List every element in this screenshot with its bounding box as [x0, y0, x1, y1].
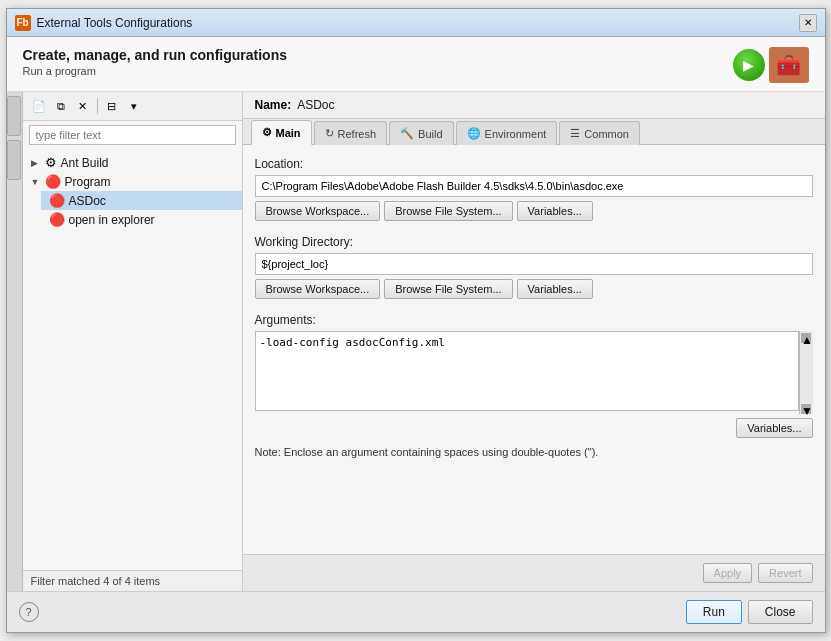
location-input[interactable] — [255, 175, 813, 197]
help-button[interactable]: ? — [19, 602, 39, 622]
left-panel: 📄 ⧉ ✕ ⊟ ▾ ▶ ⚙ Ant Build ▼ 🔴 P — [23, 92, 243, 591]
tab-main-label: Main — [276, 127, 301, 139]
app-icon: Fb — [15, 15, 31, 31]
tab-refresh-label: Refresh — [338, 128, 377, 140]
workdir-variables-button[interactable]: Variables... — [517, 279, 593, 299]
working-dir-input[interactable] — [255, 253, 813, 275]
location-btn-row: Browse Workspace... Browse File System..… — [255, 201, 813, 221]
tab-common-icon: ☰ — [570, 127, 580, 140]
location-browse-filesystem-button[interactable]: Browse File System... — [384, 201, 512, 221]
workdir-browse-workspace-button[interactable]: Browse Workspace... — [255, 279, 381, 299]
program-label: Program — [65, 175, 111, 189]
header-section: Create, manage, and run configurations R… — [7, 37, 825, 92]
tree-children-program: 🔴 ASDoc 🔴 open in explorer — [23, 191, 242, 229]
arguments-label: Arguments: — [255, 313, 813, 327]
tree-item-open-in-explorer[interactable]: 🔴 open in explorer — [41, 210, 242, 229]
tree-item-ant-build[interactable]: ▶ ⚙ Ant Build — [23, 153, 242, 172]
ant-build-label: Ant Build — [61, 156, 109, 170]
explorer-label: open in explorer — [69, 213, 155, 227]
working-directory-group: Working Directory: Browse Workspace... B… — [255, 235, 813, 299]
tree-item-asdoc[interactable]: 🔴 ASDoc — [41, 191, 242, 210]
tab-environment[interactable]: 🌐 Environment — [456, 121, 558, 145]
window-title: External Tools Configurations — [37, 16, 193, 30]
header-subtitle: Run a program — [23, 65, 288, 77]
left-sidebar-extra — [7, 92, 23, 591]
name-bar: Name: ASDoc — [243, 92, 825, 119]
close-button[interactable]: Close — [748, 600, 813, 624]
title-bar: Fb External Tools Configurations ✕ — [7, 9, 825, 37]
apply-revert-bar: Apply Revert — [243, 554, 825, 591]
tabs-bar: ⚙ Main ↻ Refresh 🔨 Build 🌐 Environment ☰ — [243, 119, 825, 145]
side-button-2[interactable] — [7, 140, 21, 180]
title-bar-left: Fb External Tools Configurations — [15, 15, 193, 31]
tree-item-program[interactable]: ▼ 🔴 Program — [23, 172, 242, 191]
workdir-browse-filesystem-button[interactable]: Browse File System... — [384, 279, 512, 299]
bottom-bar: ? Run Close — [7, 591, 825, 632]
tab-common-label: Common — [584, 128, 629, 140]
run-icon: ▶ — [733, 49, 765, 81]
location-variables-button[interactable]: Variables... — [517, 201, 593, 221]
arguments-group: Arguments: -load-config asdocConfig.xml … — [255, 313, 813, 458]
scrollbar-up-arrow[interactable]: ▲ — [801, 333, 811, 343]
side-button-1[interactable] — [7, 96, 21, 136]
tab-main-icon: ⚙ — [262, 126, 272, 139]
name-label: Name: — [255, 98, 292, 112]
tab-main[interactable]: ⚙ Main — [251, 120, 312, 145]
revert-button[interactable]: Revert — [758, 563, 812, 583]
collapse-all-button[interactable]: ⊟ — [102, 96, 122, 116]
main-window: Fb External Tools Configurations ✕ Creat… — [6, 8, 826, 633]
filter-input[interactable] — [29, 125, 236, 145]
asdoc-label: ASDoc — [69, 194, 106, 208]
tab-common[interactable]: ☰ Common — [559, 121, 640, 145]
location-row — [255, 175, 813, 197]
run-button[interactable]: Run — [686, 600, 742, 624]
working-dir-btn-row: Browse Workspace... Browse File System..… — [255, 279, 813, 299]
header-title: Create, manage, and run configurations — [23, 47, 288, 63]
apply-button[interactable]: Apply — [703, 563, 753, 583]
close-window-button[interactable]: ✕ — [799, 14, 817, 32]
toolbox-icon — [769, 47, 809, 83]
new-config-button[interactable]: 📄 — [29, 96, 49, 116]
left-toolbar: 📄 ⧉ ✕ ⊟ ▾ — [23, 92, 242, 121]
left-footer: Filter matched 4 of 4 items — [23, 570, 242, 591]
working-dir-row — [255, 253, 813, 275]
arguments-note: Note: Enclose an argument containing spa… — [255, 446, 813, 458]
header-text: Create, manage, and run configurations R… — [23, 47, 288, 77]
header-icons: ▶ — [733, 47, 809, 83]
arguments-textarea-wrapper: -load-config asdocConfig.xml ▲ ▼ — [255, 331, 813, 414]
name-value: ASDoc — [297, 98, 334, 112]
toolbar-separator — [97, 98, 98, 114]
filter-match-text: Filter matched 4 of 4 items — [31, 575, 161, 587]
location-label: Location: — [255, 157, 813, 171]
tab-build[interactable]: 🔨 Build — [389, 121, 453, 145]
arguments-btn-row: Variables... — [255, 418, 813, 438]
dropdown-button[interactable]: ▾ — [124, 96, 144, 116]
tree-arrow-program: ▼ — [31, 177, 41, 187]
scrollbar-down-arrow[interactable]: ▼ — [801, 404, 811, 414]
tab-build-label: Build — [418, 128, 442, 140]
right-panel: Name: ASDoc ⚙ Main ↻ Refresh 🔨 Build — [243, 92, 825, 591]
ant-build-icon: ⚙ — [45, 155, 57, 170]
explorer-icon: 🔴 — [49, 212, 65, 227]
tab-refresh[interactable]: ↻ Refresh — [314, 121, 388, 145]
tree-arrow-ant: ▶ — [31, 158, 41, 168]
working-dir-label: Working Directory: — [255, 235, 813, 249]
asdoc-icon: 🔴 — [49, 193, 65, 208]
arguments-scrollbar[interactable]: ▲ ▼ — [799, 331, 813, 414]
panel-content: Location: Browse Workspace... Browse Fil… — [243, 145, 825, 554]
copy-config-button[interactable]: ⧉ — [51, 96, 71, 116]
tab-refresh-icon: ↻ — [325, 127, 334, 140]
main-content: 📄 ⧉ ✕ ⊟ ▾ ▶ ⚙ Ant Build ▼ 🔴 P — [7, 92, 825, 591]
arguments-variables-button[interactable]: Variables... — [736, 418, 812, 438]
tab-environment-label: Environment — [485, 128, 547, 140]
location-browse-workspace-button[interactable]: Browse Workspace... — [255, 201, 381, 221]
tab-environment-icon: 🌐 — [467, 127, 481, 140]
program-icon: 🔴 — [45, 174, 61, 189]
tree-view: ▶ ⚙ Ant Build ▼ 🔴 Program 🔴 ASDoc — [23, 149, 242, 570]
delete-config-button[interactable]: ✕ — [73, 96, 93, 116]
tab-build-icon: 🔨 — [400, 127, 414, 140]
arguments-textarea[interactable]: -load-config asdocConfig.xml — [255, 331, 799, 411]
location-group: Location: Browse Workspace... Browse Fil… — [255, 157, 813, 221]
